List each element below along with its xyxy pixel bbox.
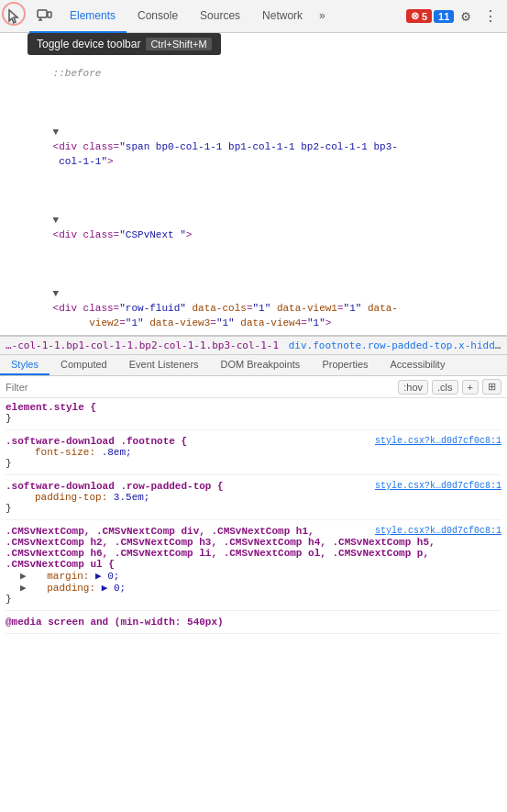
css-rule-footnote: .software-download .footnote { style.csx… [6,436,501,475]
tab-bar: Elements Console Sources Network » [59,0,331,33]
css-source-link[interactable]: style.csx?k…d0d7cf0c8:1 [375,436,501,446]
css-close: } [6,458,501,469]
tab-network[interactable]: Network [251,0,314,33]
css-source-link2[interactable]: style.csx?k…d0d7cf0c8:1 [375,481,501,491]
styles-tabs: Styles Computed Event Listeners DOM Brea… [0,355,507,376]
hov-button[interactable]: :hov [398,380,428,395]
css-rule-row-padded-top: .software-download .row-padded-top { sty… [6,481,501,520]
css-selector-cont3: .CMSvNextComp ul { [6,559,501,570]
svg-rect-2 [48,12,51,17]
cls-button[interactable]: .cls [432,380,458,395]
expand-button[interactable]: ⊞ [482,379,501,395]
css-selector: element.style { [6,402,501,413]
styles-panel: Styles Computed Event Listeners DOM Brea… [0,355,507,649]
css-selector-cont2: .CMSvNextComp h6, .CMSvNextComp li, .CMS… [6,548,501,559]
filter-actions: :hov .cls + ⊞ [398,379,501,395]
settings-icon[interactable]: ⚙ [456,7,476,26]
tooltip: Toggle device toolbar Ctrl+Shift+M [28,33,221,55]
filter-input[interactable] [6,382,398,393]
tab-dom-breakpoints[interactable]: DOM Breakpoints [210,355,312,375]
warning-badge: 11 [434,10,454,23]
device-toolbar-btn[interactable] [29,0,59,33]
html-line[interactable]: ▼ <div class="CSPvNext "> [0,184,507,257]
html-line[interactable]: ▼ <div class="row-fluid" data-cols="1" d… [0,257,507,336]
svg-marker-0 [9,10,17,23]
css-close: } [6,594,501,605]
tab-sources[interactable]: Sources [189,0,251,33]
css-close: } [6,413,501,424]
tab-properties[interactable]: Properties [311,355,379,375]
css-close: } [6,503,501,514]
html-line[interactable]: ▼ <div class="span bp0-col-1-1 bp1-col-1… [0,95,507,184]
css-selector-row: .CMSvNextComp, .CMSvNextComp div, .CMSvN… [6,526,501,537]
inspect-icon-btn[interactable] [0,0,29,33]
error-badge: ⊗5 [406,9,432,23]
css-property: padding-top: 3.5em; [20,492,501,503]
breadcrumb-item[interactable]: …-col-1-1.bp1-col-1-1.bp2-col-1-1.bp3-co… [6,339,279,351]
devtools-toolbar: Elements Console Sources Network » ⊗5 11… [0,0,507,33]
filter-bar: :hov .cls + ⊞ [0,376,507,398]
html-panel[interactable]: ::before ▼ <div class="span bp0-col-1-1 … [0,33,507,336]
css-selector-cont: .CMSvNextComp h2, .CMSvNextComp h3, .CMS… [6,537,501,548]
css-property-padding: ▶ padding: ▶ 0; [20,582,501,594]
breadcrumb-item-selected[interactable]: div.footnote.row-padded-top.x-hidden-foc… [289,339,507,351]
breadcrumb: …-col-1-1.bp1-col-1-1.bp2-col-1-1.bp3-co… [0,336,507,355]
tab-more[interactable]: » [314,0,331,33]
css-rule-cmsvnextcomp: .CMSvNextComp, .CMSvNextComp div, .CMSvN… [6,526,501,611]
tab-console[interactable]: Console [127,0,189,33]
css-rule-media: @media screen and (min-width: 540px) [6,617,501,634]
more-icon[interactable]: ⋮ [478,7,503,26]
css-rule-element-style: element.style { } [6,402,501,430]
tab-accessibility[interactable]: Accessibility [380,355,457,375]
css-selector-row: .software-download .footnote { style.csx… [6,436,501,447]
tooltip-shortcut: Ctrl+Shift+M [146,38,211,50]
inspect-icon [6,8,23,25]
tooltip-label: Toggle device toolbar [37,38,140,50]
css-media-selector: @media screen and (min-width: 540px) [6,617,501,628]
add-rule-button[interactable]: + [462,380,479,395]
css-property-margin: ▶ margin: ▶ 0; [20,570,501,582]
svg-rect-1 [38,10,47,17]
tab-elements[interactable]: Elements [59,0,127,33]
css-source-link3[interactable]: style.csx?k…d0d7cf0c8:1 [375,526,501,536]
tab-event-listeners[interactable]: Event Listeners [118,355,210,375]
css-property: font-size: .8em; [20,447,501,458]
css-selector-row: .software-download .row-padded-top { sty… [6,481,501,492]
device-icon [36,7,52,24]
toolbar-right: ⊗5 11 ⚙ ⋮ [406,7,507,26]
tab-styles[interactable]: Styles [0,355,50,375]
styles-content[interactable]: element.style { } .software-download .fo… [0,398,507,649]
tab-computed[interactable]: Computed [50,355,118,375]
